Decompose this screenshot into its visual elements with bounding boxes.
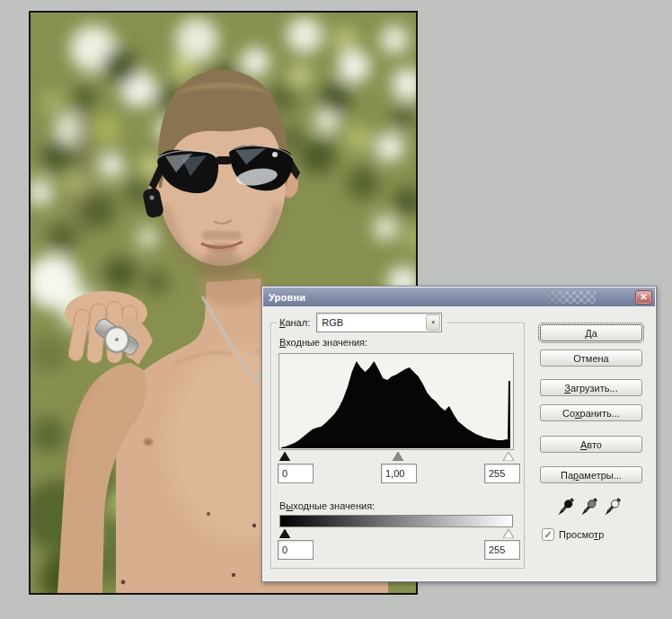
input-levels-label: Входные значения: — [279, 337, 367, 348]
input-highlight-slider[interactable] — [503, 452, 514, 461]
save-button[interactable]: Сохранить... — [540, 404, 642, 421]
output-shadow-field[interactable] — [278, 540, 314, 560]
preview-checkbox-label: Просмотр — [559, 529, 604, 540]
input-shadow-field[interactable] — [278, 464, 314, 483]
load-button[interactable]: Загрузить... — [540, 379, 642, 396]
dialog-title: Уровни — [269, 292, 305, 303]
input-gamma-slider[interactable] — [393, 452, 403, 461]
dialog-titlebar[interactable]: Уровни ✕ — [263, 287, 655, 306]
histogram — [281, 358, 511, 448]
auto-button[interactable]: Авто — [540, 436, 642, 453]
close-button[interactable]: ✕ — [635, 290, 652, 305]
output-gradient-bar — [279, 515, 513, 527]
white-point-eyedropper-icon[interactable] — [601, 496, 623, 519]
output-highlight-slider[interactable] — [503, 529, 514, 538]
output-shadow-slider[interactable] — [279, 529, 290, 538]
close-icon: ✕ — [640, 293, 647, 302]
chevron-down-icon[interactable]: ▼ — [426, 314, 440, 331]
input-highlight-field[interactable] — [484, 464, 520, 483]
ok-button[interactable]: Да — [540, 324, 642, 341]
gray-point-eyedropper-icon[interactable] — [578, 496, 599, 519]
options-button[interactable]: Параметры... — [540, 466, 642, 483]
output-highlight-field[interactable] — [484, 540, 520, 560]
input-gamma-field[interactable] — [381, 464, 417, 483]
channel-value: RGB — [317, 317, 426, 328]
titlebar-checker-decoration — [540, 291, 596, 304]
output-levels-label: Выходные значения: — [279, 500, 375, 511]
histogram-box — [279, 353, 514, 450]
preview-checkbox[interactable]: ✓ — [542, 528, 554, 541]
input-shadow-slider[interactable] — [279, 452, 290, 461]
levels-dialog: Уровни ✕ Канал: RGB ▼ Входные значения: … — [261, 286, 657, 582]
cancel-button[interactable]: Отмена — [540, 349, 642, 367]
black-point-eyedropper-icon[interactable] — [554, 496, 576, 519]
channel-select[interactable]: RGB ▼ — [316, 313, 442, 332]
channel-row: Канал: RGB ▼ — [277, 313, 447, 332]
channel-label: Канал: — [279, 317, 316, 328]
